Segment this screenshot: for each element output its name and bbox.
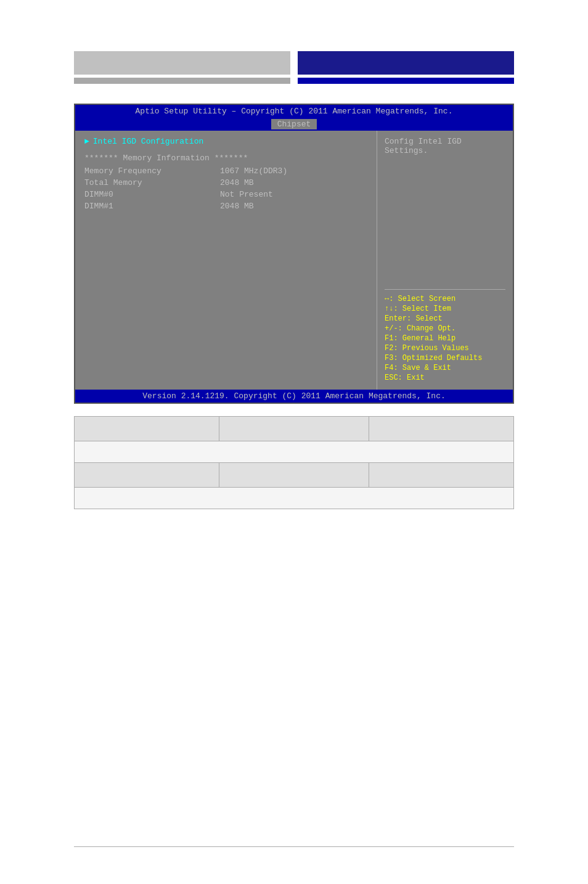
bios-footer: Version 2.14.1219. Copyright (C) 2011 Am… xyxy=(75,390,513,403)
menu-item-label: Intel IGD Configuration xyxy=(93,137,203,146)
table-cell-3-1 xyxy=(75,463,219,488)
key-help-7: F4: Save & Exit xyxy=(385,364,505,372)
key-help-8: ESC: Exit xyxy=(385,374,505,382)
key-help-5: F2: Previous Values xyxy=(385,344,505,353)
bottom-divider xyxy=(74,846,514,847)
key-help-2: Enter: Select xyxy=(385,314,505,323)
table-row-1 xyxy=(75,417,514,441)
key-help-0: ↔: Select Screen xyxy=(385,295,505,303)
tab-chipset[interactable]: Chipset xyxy=(271,119,317,129)
table-row-4 xyxy=(75,488,514,509)
table-cell-4-1 xyxy=(75,488,514,509)
mem-label-1: Total Memory xyxy=(84,178,220,187)
mem-value-0: 1067 MHz(DDR3) xyxy=(220,166,287,176)
mem-value-1: 2048 MB xyxy=(220,178,254,187)
mem-value-3: 2048 MB xyxy=(220,202,254,211)
bios-left-panel: ► Intel IGD Configuration ******* Memory… xyxy=(75,131,377,390)
table-cell-3-2 xyxy=(219,463,369,488)
table-cell-1-3 xyxy=(369,417,513,441)
memory-row-0: Memory Frequency 1067 MHz(DDR3) xyxy=(84,166,367,176)
key-help-6: F3: Optimized Defaults xyxy=(385,354,505,362)
table-cell-1-1 xyxy=(75,417,219,441)
bios-right-panel: Config Intel IGD Settings. ↔: Select Scr… xyxy=(377,131,513,390)
mem-label-2: DIMM#0 xyxy=(84,190,220,199)
key-help-4: F1: General Help xyxy=(385,334,505,343)
bios-key-help: ↔: Select Screen ↑↓: Select Item Enter: … xyxy=(385,295,505,383)
header-right-bar xyxy=(298,51,514,75)
header-left-underbar xyxy=(74,78,290,84)
bios-help-text: Config Intel IGD Settings. xyxy=(385,137,505,284)
table-cell-1-2 xyxy=(219,417,369,441)
bios-divider xyxy=(385,289,505,290)
header-right-underbar xyxy=(298,78,514,84)
memory-row-2: DIMM#0 Not Present xyxy=(84,190,367,199)
table-cell-3-3 xyxy=(369,463,513,488)
bios-title-bar: Aptio Setup Utility – Copyright (C) 2011… xyxy=(75,105,513,118)
table-cell-2-1 xyxy=(75,441,514,463)
mem-label-3: DIMM#1 xyxy=(84,202,220,211)
header-left-bar xyxy=(74,51,290,75)
key-help-1: ↑↓: Select Item xyxy=(385,305,505,313)
memory-row-3: DIMM#1 2048 MB xyxy=(84,202,367,211)
bios-screen: Aptio Setup Utility – Copyright (C) 2011… xyxy=(74,104,514,404)
table-row-2 xyxy=(75,441,514,463)
table-row-3 xyxy=(75,463,514,488)
bios-content: ► Intel IGD Configuration ******* Memory… xyxy=(75,131,513,390)
memory-row-1: Total Memory 2048 MB xyxy=(84,178,367,187)
intel-igd-menu-item[interactable]: ► Intel IGD Configuration xyxy=(84,137,367,146)
menu-arrow-icon: ► xyxy=(84,137,89,146)
key-help-3: +/-: Change Opt. xyxy=(385,324,505,333)
info-table xyxy=(74,416,514,509)
mem-value-2: Not Present xyxy=(220,190,273,199)
bios-tab-bar: Chipset xyxy=(75,118,513,131)
memory-info-header: ******* Memory Information ******* xyxy=(84,153,367,163)
mem-label-0: Memory Frequency xyxy=(84,166,220,176)
